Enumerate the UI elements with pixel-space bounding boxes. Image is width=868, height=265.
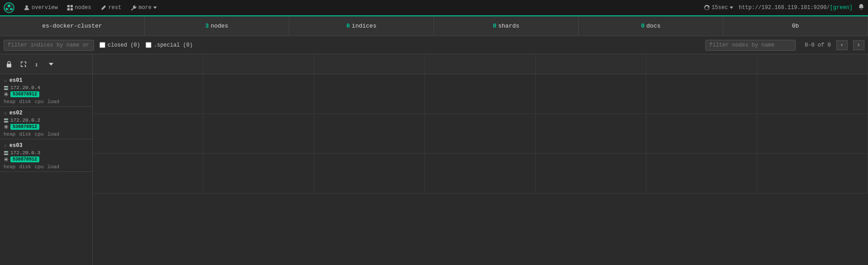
svg-point-25 bbox=[5, 159, 7, 161]
cluster-name-stat: es-docker-cluster bbox=[0, 16, 145, 36]
expand-button[interactable] bbox=[18, 59, 29, 70]
svg-rect-7 bbox=[67, 8, 69, 10]
svg-text:↕: ↕ bbox=[35, 61, 38, 68]
lock-button[interactable] bbox=[4, 59, 14, 70]
server-icon-es03 bbox=[4, 151, 9, 156]
refresh-icon bbox=[704, 5, 710, 11]
col-header-7 bbox=[757, 54, 868, 74]
metric-load-es01[interactable]: load bbox=[47, 99, 59, 104]
dropdown-button[interactable] bbox=[47, 61, 55, 68]
node-ip-row-es02: 172.20.0.2 bbox=[4, 118, 89, 123]
nav-rest[interactable]: rest bbox=[97, 3, 125, 13]
svg-point-2 bbox=[5, 8, 8, 10]
notification-bell-icon[interactable] bbox=[858, 4, 864, 12]
node-id-badge-es01: 536870912 bbox=[10, 91, 39, 97]
docs-label: docs bbox=[646, 23, 660, 29]
indices-count: 0 bbox=[346, 23, 350, 29]
node-name-es02: es02 bbox=[9, 110, 23, 116]
settings-icon-es01 bbox=[4, 92, 9, 97]
cell-es03-4 bbox=[425, 154, 536, 194]
closed-label: closed (0) bbox=[108, 42, 140, 48]
closed-checkbox-label[interactable]: closed (0) bbox=[99, 42, 140, 48]
nodes-filter-input[interactable] bbox=[705, 40, 796, 51]
nav-right: 15sec http://192.168.119.101:9200/[green… bbox=[704, 4, 864, 12]
size-value: 0b bbox=[792, 23, 799, 29]
pagination-next-button[interactable]: › bbox=[853, 40, 864, 50]
node-id-badge-es03: 536870912 bbox=[10, 156, 39, 162]
metric-heap-es03[interactable]: heap bbox=[4, 164, 15, 170]
node-name-row-es01: ☆ es01 bbox=[4, 77, 89, 84]
pagination-prev-button[interactable]: ‹ bbox=[836, 40, 848, 50]
metric-load-es02[interactable]: load bbox=[47, 132, 59, 137]
svg-point-18 bbox=[7, 118, 8, 119]
cell-es01-5 bbox=[536, 74, 646, 114]
metric-heap-es02[interactable]: heap bbox=[4, 132, 15, 137]
app-logo-icon bbox=[4, 2, 14, 13]
refresh-dropdown-icon bbox=[730, 6, 733, 9]
metric-heap-es01[interactable]: heap bbox=[4, 99, 15, 104]
docs-count: 0 bbox=[641, 23, 645, 29]
svg-point-14 bbox=[7, 89, 8, 90]
node-card-es01[interactable]: ☆ es01 172.20.0.4 536870912 bbox=[0, 74, 92, 107]
metric-cpu-es01[interactable]: cpu bbox=[35, 99, 44, 104]
node-ip-row-es03: 172.20.0.3 bbox=[4, 150, 89, 156]
node-card-es03[interactable]: ☆ es03 172.20.0.3 536870912 bbox=[0, 139, 92, 172]
nav-nodes[interactable]: nodes bbox=[63, 3, 95, 13]
cell-es01-4 bbox=[425, 74, 536, 114]
indices-filter-input[interactable] bbox=[4, 40, 94, 51]
server-icon-es01 bbox=[4, 85, 9, 90]
chevron-down-icon bbox=[49, 62, 53, 66]
cell-es01-2 bbox=[203, 74, 314, 114]
col-header-3 bbox=[314, 54, 425, 74]
svg-point-1 bbox=[8, 5, 10, 7]
settings-icon-es03 bbox=[4, 157, 9, 162]
nav-more[interactable]: more bbox=[127, 3, 160, 13]
node-settings-row-es03: 536870912 bbox=[4, 156, 89, 162]
main-grid: ↕ ☆ es01 172.20.0. bbox=[0, 54, 868, 265]
indices-stat: 0 indices bbox=[289, 16, 434, 36]
refresh-control[interactable]: 15sec bbox=[704, 5, 733, 11]
edit-icon bbox=[100, 5, 107, 11]
node-card-es02[interactable]: ☆ es02 172.20.0.2 536870912 bbox=[0, 107, 92, 139]
node-ip-es03: 172.20.0.3 bbox=[10, 150, 40, 156]
nodes-count: 3 bbox=[205, 23, 209, 29]
nav-nodes-label: nodes bbox=[75, 5, 91, 11]
special-label: .special (0) bbox=[154, 42, 193, 48]
metric-disk-es01[interactable]: disk bbox=[19, 99, 31, 104]
special-checkbox-label[interactable]: .special (0) bbox=[146, 42, 193, 48]
col-header-4 bbox=[425, 54, 536, 74]
nodes-stat: 3 nodes bbox=[145, 16, 289, 36]
closed-checkbox[interactable] bbox=[99, 42, 105, 48]
cell-es01-1 bbox=[93, 74, 203, 114]
server-url: http://192.168.119.101:9200/[green] bbox=[739, 5, 853, 11]
filter-bar: closed (0) .special (0) 0-0 of 0 ‹ › bbox=[0, 36, 868, 54]
svg-rect-6 bbox=[70, 5, 72, 7]
content-area bbox=[93, 54, 868, 265]
svg-point-13 bbox=[7, 86, 8, 87]
cell-es03-3 bbox=[314, 154, 425, 194]
node-metrics-row-es02: heap disk cpu load bbox=[4, 132, 89, 137]
metric-disk-es02[interactable]: disk bbox=[19, 132, 31, 137]
svg-point-20 bbox=[5, 126, 7, 128]
person-icon bbox=[24, 5, 30, 11]
metric-disk-es03[interactable]: disk bbox=[19, 164, 31, 170]
col-header-5 bbox=[536, 54, 646, 74]
stats-bar: es-docker-cluster 3 nodes 0 indices 0 sh… bbox=[0, 16, 868, 36]
special-checkbox[interactable] bbox=[146, 42, 151, 48]
settings-icon-es02 bbox=[4, 124, 9, 129]
metric-load-es03[interactable]: load bbox=[47, 164, 59, 170]
pagination-info: 0-0 of 0 bbox=[805, 42, 831, 48]
cell-es02-1 bbox=[93, 114, 203, 154]
metric-cpu-es03[interactable]: cpu bbox=[35, 164, 44, 170]
nodes-label: nodes bbox=[211, 23, 228, 29]
cell-es01-6 bbox=[646, 74, 757, 114]
metric-cpu-es02[interactable]: cpu bbox=[35, 132, 44, 137]
server-icon-es02 bbox=[4, 118, 9, 123]
node-name-es03: es03 bbox=[9, 142, 23, 149]
col-header-6 bbox=[646, 54, 757, 74]
cell-es01-7 bbox=[757, 74, 868, 114]
nav-overview[interactable]: overview bbox=[20, 3, 61, 13]
expand-icon bbox=[20, 61, 27, 68]
sort-button[interactable]: ↕ bbox=[33, 59, 43, 70]
indices-label: indices bbox=[352, 23, 377, 29]
